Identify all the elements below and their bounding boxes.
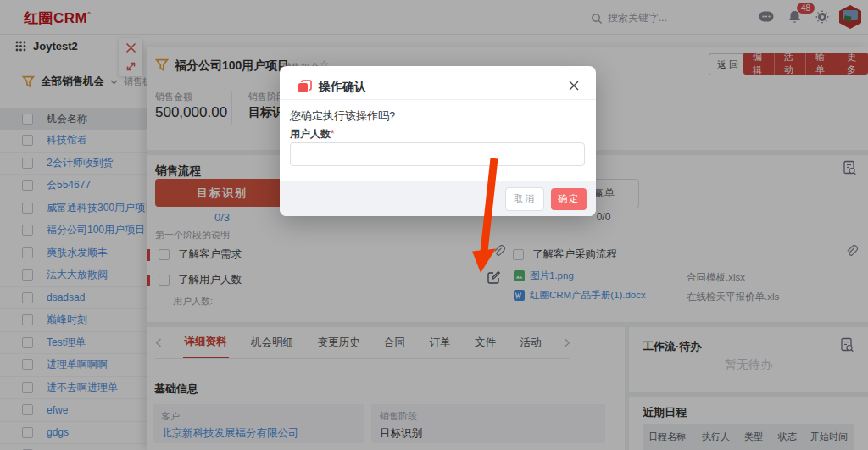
- dialog-title: 操作确认: [319, 80, 366, 95]
- annotation-arrow: [466, 148, 517, 280]
- crm-app: 红圈CRM° 搜索关键字... 48 Joytest2 全部销售机会 销售机 机…: [0, 0, 868, 450]
- dialog-footer: 取消 确定: [280, 181, 596, 216]
- dialog-icon: [298, 80, 312, 94]
- user-count-input[interactable]: [290, 142, 585, 166]
- confirm-button[interactable]: 确定: [551, 188, 587, 210]
- dialog-field-label: 用户人数*: [290, 127, 335, 142]
- dialog-divider: [280, 99, 596, 100]
- dialog-close-icon[interactable]: [569, 81, 579, 91]
- dialog-message: 您确定执行该操作吗?: [290, 108, 395, 124]
- field-label-text: 用户人数: [290, 128, 331, 140]
- confirm-dialog: 操作确认 您确定执行该操作吗? 用户人数* 取消 确定: [280, 66, 596, 216]
- required-asterisk: *: [331, 128, 335, 140]
